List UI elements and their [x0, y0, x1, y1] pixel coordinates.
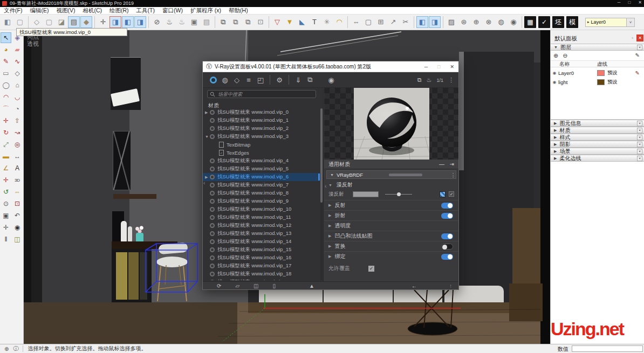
pan-tool[interactable]: ⇔: [12, 186, 23, 197]
section-close-icon[interactable]: ✕: [637, 121, 642, 126]
uv-sphere-tool[interactable]: ⊛: [458, 16, 470, 28]
line-tool[interactable]: ✎: [1, 56, 11, 67]
vray-section-0[interactable]: ▶反射: [324, 200, 458, 210]
eraser-tool[interactable]: ▰: [12, 44, 23, 55]
freehand-tool[interactable]: ∿: [12, 56, 23, 67]
protractor-tool[interactable]: ∠: [1, 163, 11, 174]
material-row-13[interactable]: 找SU模型就来 www.imod.vip_13: [203, 230, 320, 238]
box-arrow-tool[interactable]: ↗: [387, 16, 399, 28]
expand-caret-icon[interactable]: ▶: [205, 280, 210, 281]
material-row-14[interactable]: 找SU模型就来 www.imod.vip_14: [203, 238, 320, 246]
up-arrow-icon[interactable]: ↑: [449, 283, 452, 289]
menu-item-4[interactable]: 绘图(R): [106, 7, 133, 15]
folder-icon[interactable]: ▱: [235, 283, 239, 289]
material-row-16[interactable]: 找SU模型就来 www.imod.vip_16: [203, 254, 320, 262]
layers-section-bar[interactable]: ▼ 图层 ✕: [551, 44, 644, 51]
pin-icon[interactable]: ▫: [632, 36, 633, 40]
settings-gear-icon[interactable]: ⚙: [273, 74, 285, 86]
orbit-tool[interactable]: ↺: [1, 186, 11, 197]
sun-asterisk-tool[interactable]: ✳: [321, 16, 333, 28]
shaded-mode[interactable]: ◪: [56, 16, 67, 28]
vray-section-1[interactable]: ▶折射: [324, 210, 458, 220]
menu-item-1[interactable]: 编辑(E): [26, 7, 52, 15]
minus-icon[interactable]: —: [439, 161, 444, 167]
remove-layer-button[interactable]: ⊖: [563, 52, 567, 59]
pizi-library-button[interactable]: 坯: [552, 16, 564, 28]
chevron-right-icon[interactable]: ▶: [328, 234, 331, 238]
text-tool-icon[interactable]: T: [309, 16, 320, 28]
two-point-arc-tool[interactable]: ◠: [1, 92, 11, 102]
chevron-right-icon[interactable]: ▶: [328, 203, 331, 207]
menu-item-0[interactable]: 文件(F): [0, 7, 26, 15]
expand-caret-icon[interactable]: ▶: [205, 175, 210, 179]
arc-tool[interactable]: ◡: [12, 92, 23, 102]
close-button[interactable]: ✕: [638, 0, 642, 5]
select-tool[interactable]: ↖: [1, 32, 11, 43]
vray-render-teapot[interactable]: ♨: [163, 16, 175, 28]
shaded-sphere-tool[interactable]: ◍: [495, 16, 507, 28]
vray-interactive-render[interactable]: ♨: [176, 16, 188, 28]
zoom-extents-tool[interactable]: ▣: [1, 210, 11, 221]
collapse-left-chevron[interactable]: ‹: [203, 180, 205, 186]
move-tool[interactable]: ✛: [1, 115, 11, 126]
pie-tool[interactable]: ◔: [12, 103, 23, 114]
model-library-button[interactable]: 模: [566, 16, 578, 28]
triangle-ruler-tool[interactable]: ◣: [296, 16, 308, 28]
component-tool-b[interactable]: ◨: [134, 16, 146, 28]
back-arrow-icon[interactable]: ←: [412, 283, 417, 289]
rotated-rectangle-tool[interactable]: ◇: [12, 68, 23, 79]
material-row-8[interactable]: 找SU模型就来 www.imod.vip_8: [203, 189, 320, 197]
circle-tool[interactable]: ◯: [1, 80, 11, 91]
dimension-tool[interactable]: ↔: [12, 151, 23, 162]
globe-tool[interactable]: ◉: [508, 16, 519, 28]
menu-item-2[interactable]: 视图(V): [52, 7, 79, 15]
edit-component-icon[interactable]: ◨: [109, 16, 121, 28]
lock-icon[interactable]: ⊡: [255, 16, 266, 28]
text-tool[interactable]: A: [12, 163, 23, 174]
popout-preview-icon[interactable]: ⧉: [417, 77, 422, 84]
tray-close-button[interactable]: ✕: [636, 34, 643, 41]
vray-titlebar[interactable]: Ⓥ V-Ray设置面板v4.00.01 (草图大叔简体板su66.taobao.…: [203, 61, 458, 72]
material-row-2[interactable]: 找SU模型就来 www.imod.vip_2: [203, 124, 320, 133]
materials-tab[interactable]: [207, 74, 219, 86]
lights-tab[interactable]: ◍: [219, 74, 231, 86]
section-close-icon[interactable]: ✕: [637, 142, 642, 147]
material-row-19[interactable]: ▶找SU模型就来 www.imod.vip_19: [203, 278, 320, 280]
section-close-icon[interactable]: ✕: [637, 45, 642, 50]
section-plane-toggle[interactable]: ◧: [2, 16, 13, 28]
visibility-eye-icon[interactable]: ◉: [551, 71, 558, 75]
plugin-grid-button[interactable]: ▦: [524, 16, 536, 28]
material-child-row-3-0[interactable]: TexBitmap: [203, 141, 320, 149]
diffuse-checkbox[interactable]: ✓: [449, 191, 454, 197]
polygon-tool[interactable]: ⌂: [12, 80, 23, 91]
geolocation-icon[interactable]: ⊕: [4, 346, 9, 352]
previous-view-tool[interactable]: ↶: [12, 210, 23, 221]
material-row-6[interactable]: ▶找SU模型就来 www.imod.vip_6: [203, 173, 320, 181]
red-funnel-tool[interactable]: ▽: [271, 16, 283, 28]
vray-viewport-render-b[interactable]: ▤: [201, 16, 213, 28]
minimize-button[interactable]: ─: [618, 0, 621, 5]
vray-maximize-button[interactable]: □: [437, 64, 440, 70]
position-camera-tool[interactable]: ✛: [1, 222, 11, 233]
layer-color-swatch[interactable]: [597, 70, 605, 76]
override-checkbox[interactable]: ✓: [368, 266, 374, 272]
material-row-11[interactable]: 找SU模型就来 www.imod.vip_11: [203, 213, 320, 222]
brdf-weight-bar[interactable]: [389, 174, 422, 176]
material-row-12[interactable]: 找SU模型就来 www.imod.vip_12: [203, 222, 320, 230]
edit-pencil-icon[interactable]: ✎: [635, 70, 640, 76]
search-input[interactable]: [217, 91, 309, 98]
box-tool[interactable]: ▢: [362, 16, 374, 28]
menu-item-5[interactable]: 工具(T): [133, 7, 159, 15]
asset-editor-window-icon[interactable]: ⧉: [217, 16, 229, 28]
hatch-pattern-tool[interactable]: ▨: [446, 16, 457, 28]
kebab-menu-icon[interactable]: ⋮: [451, 172, 456, 178]
material-row-4[interactable]: 找SU模型就来 www.imod.vip_4: [203, 157, 320, 165]
follow-me-tool[interactable]: ↝: [12, 127, 23, 138]
section-close-icon[interactable]: ✕: [637, 156, 642, 161]
vray-asset-editor-window[interactable]: Ⓥ V-Ray设置面板v4.00.01 (草图大叔简体板su66.taobao.…: [202, 61, 459, 290]
hidden-line-mode[interactable]: ▢: [43, 16, 55, 28]
solid-union-tool[interactable]: ◧: [416, 16, 428, 28]
kebab-menu-icon[interactable]: ⋮: [448, 77, 454, 84]
paint-bucket-tool[interactable]: ◕: [1, 44, 11, 55]
solid-subtract-tool[interactable]: ◨: [429, 16, 441, 28]
